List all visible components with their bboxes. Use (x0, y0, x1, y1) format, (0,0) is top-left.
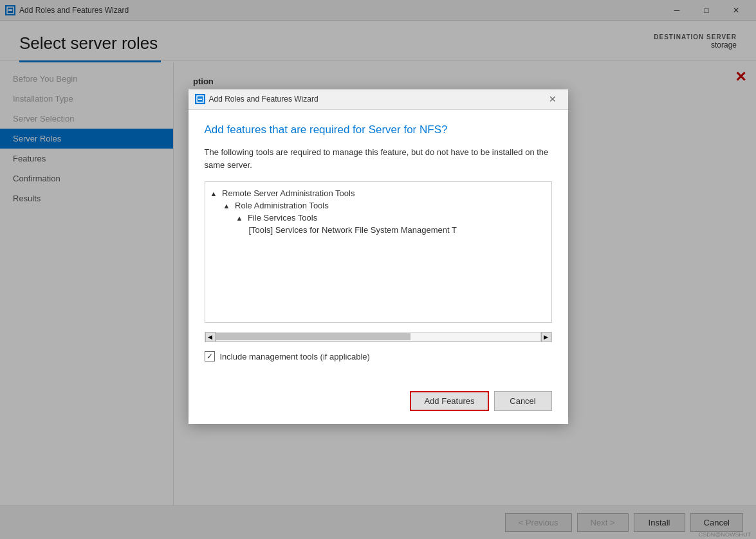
include-tools-checkbox[interactable] (205, 351, 215, 361)
scroll-right-arrow[interactable]: ▶ (541, 332, 551, 342)
scroll-left-arrow[interactable]: ◀ (205, 332, 216, 342)
include-tools-label: Include management tools (if applicable) (220, 352, 370, 361)
include-tools-checkbox-row: Include management tools (if applicable) (205, 351, 552, 361)
tree-scrollbar[interactable]: ◀ ▶ (205, 332, 552, 342)
dialog-footer: Add Features Cancel (189, 385, 568, 424)
svg-rect-4 (198, 98, 202, 98)
features-tree: ▲ Remote Server Administration Tools ▲ R… (205, 181, 552, 323)
dialog-title-text: Add Roles and Features Wizard (209, 95, 544, 104)
scroll-track[interactable] (216, 332, 541, 342)
dialog-title-icon (195, 94, 205, 104)
dialog-description: The following tools are required to mana… (205, 146, 552, 171)
add-features-dialog: Add Roles and Features Wizard ✕ Add feat… (189, 89, 568, 424)
tree-arrow-2: ▲ (236, 214, 243, 222)
tree-item-nfs-management: [Tools] Services for Network File System… (210, 224, 546, 236)
dialog-overlay: Add Roles and Features Wizard ✕ Add feat… (0, 0, 756, 539)
dialog-heading: Add features that are required for Serve… (205, 123, 552, 137)
dialog-body: Add features that are required for Serve… (189, 110, 568, 385)
add-features-button[interactable]: Add Features (410, 391, 488, 411)
dialog-close-button[interactable]: ✕ (544, 91, 562, 107)
tree-item-role-admin-tools: ▲ Role Administration Tools (210, 199, 546, 212)
svg-rect-5 (198, 99, 202, 100)
dialog-cancel-button[interactable]: Cancel (494, 391, 552, 411)
scroll-thumb (216, 333, 410, 340)
dialog-title-bar: Add Roles and Features Wizard ✕ (189, 89, 568, 110)
tree-arrow-1: ▲ (223, 202, 230, 210)
tree-item-remote-admin-tools: ▲ Remote Server Administration Tools (210, 187, 546, 199)
tree-item-file-services-tools: ▲ File Services Tools (210, 212, 546, 224)
tree-arrow-0: ▲ (210, 190, 217, 197)
